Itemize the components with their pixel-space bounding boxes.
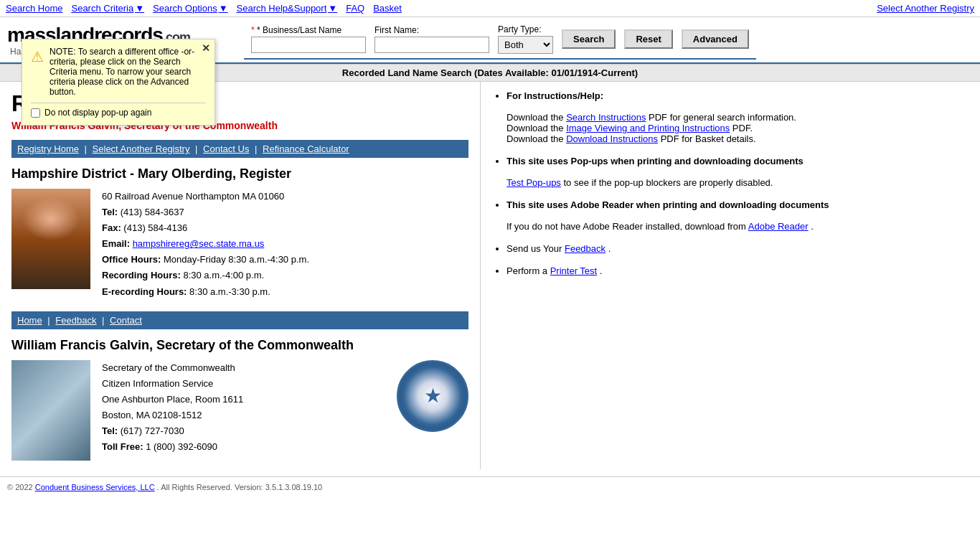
search-instructions-link[interactable]: Search Instructions [566,112,646,123]
footer: © 2022 Conduent Business Services, LLC .… [0,476,980,497]
feedback-item: Send us Your Feedback . [507,243,969,254]
search-help-dropdown[interactable]: Search Help&Support ▼ [237,3,338,14]
footer-rights: . All Rights Reserved. Version: 3.5.1.3.… [157,483,323,491]
district-recording-hours: Recording Hours: 8:30 a.m.-4:00 p.m. [102,268,309,283]
adobe-reader-link[interactable]: Adobe Reader [748,221,809,232]
adobe-item: This site uses Adobe Reader when printin… [507,199,969,232]
contact-us-link[interactable]: Contact Us [203,143,249,154]
feedback-end: . [608,243,611,254]
feedback-link[interactable]: Feedback [565,243,606,254]
right-column: For Instructions/Help: Download the Sear… [481,82,980,296]
district-email: Email: hampshirereg@sec.state.ma.us [102,236,309,252]
image-viewing-desc: PDF. [732,123,753,133]
adobe-title: This site uses Adobe Reader when printin… [507,199,829,210]
instructions-title: For Instructions/Help: [507,90,603,101]
printer-end: . [600,265,603,276]
refinance-calculator-link[interactable]: Refinance Calculator [263,143,349,154]
search-instructions-desc: PDF for general search information. [649,112,796,123]
reset-button[interactable]: Reset [624,29,672,49]
footer-company-link[interactable]: Conduent Business Services, LLC [35,483,155,491]
secretary-section-title: William Francis Galvin, Secretary of the… [11,338,468,353]
printer-title: Perform a [507,265,550,276]
download-instructions-link[interactable]: Download Instructions [566,133,658,144]
popup-message: NOTE: To search a different office -or- … [50,47,206,97]
popup-notification: ✕ ⚠ NOTE: To search a different office -… [22,39,215,126]
search-bar: * * Business/Last Name First Name: Party… [244,20,756,60]
first-name-label: First Name: [374,25,489,35]
do-not-display-checkbox[interactable] [31,108,40,118]
secretary-title: Secretary of the Commonwealth [102,360,371,376]
search-criteria-dropdown[interactable]: Search Criteria ▼ [71,3,144,14]
do-not-display-label: Do not display pop-up again [44,108,151,118]
download-text-2: Download the [507,123,566,133]
search-options-dropdown[interactable]: Search Options ▼ [153,3,227,14]
popup-close-button[interactable]: ✕ [202,42,210,54]
secretary-photo [11,360,90,461]
business-name-field-group: * * Business/Last Name [251,25,366,53]
adobe-end: . [811,221,814,232]
business-name-label: * * Business/Last Name [251,25,366,35]
feedback-title: Send us Your [507,243,565,254]
bottom-nav-sep2: | [102,315,107,326]
dropdown-arrow-icon2: ▼ [219,3,228,14]
district-email-link[interactable]: hampshirereg@sec.state.ma.us [133,238,265,249]
dropdown-arrow-icon3: ▼ [328,3,337,14]
secretary-city: Boston, MA 02108-1512 [102,408,371,423]
feedback-bottom-link[interactable]: Feedback [55,315,96,326]
district-info: 60 Railroad Avenue Northampton MA 01060 … [11,189,468,300]
printer-test-link[interactable]: Printer Test [550,265,598,276]
registry-blue-nav: Registry Home | Select Another Registry … [11,140,468,158]
district-title: Hampshire District - Mary Olberding, Reg… [11,166,468,182]
party-type-select[interactable]: Both Grantor Grantee [498,36,553,54]
party-type-label: Party Type: [498,24,553,34]
contact-bottom-link[interactable]: Contact [110,315,142,326]
popups-title: This site uses Pop-ups when printing and… [507,156,804,166]
printer-item: Perform a Printer Test . [507,265,969,276]
district-erecording-hours: E-recording Hours: 8:30 a.m.-3:30 p.m. [102,284,309,300]
download-text-1: Download the [507,112,566,123]
select-another-registry-link[interactable]: Select Another Registry [93,143,190,154]
search-home-link[interactable]: Search Home [6,3,62,14]
dropdown-arrow-icon: ▼ [135,3,144,14]
district-tel: Tel: (413) 584-3637 [102,204,309,220]
faq-link[interactable]: FAQ [346,3,364,14]
secretary-dept: Citizen Information Service [102,376,371,392]
test-popups-link[interactable]: Test Pop-ups [507,177,561,188]
secretary-details: Secretary of the Commonwealth Citizen In… [102,360,371,456]
top-nav-left: Search Home Search Criteria ▼ Search Opt… [6,3,402,14]
secretary-tel: Tel: (617) 727-7030 [102,423,371,439]
bottom-nav-sep1: | [47,315,52,326]
search-button[interactable]: Search [562,29,616,49]
district-address: 60 Railroad Avenue Northampton MA 01060 [102,189,309,204]
registry-home-link[interactable]: Registry Home [17,143,79,154]
popup-header: ⚠ NOTE: To search a different office -or… [31,47,206,97]
district-office-hours: Office Hours: Monday-Friday 8:30 a.m.-4:… [102,252,309,268]
district-photo [11,189,90,289]
district-fax: Fax: (413) 584-4136 [102,220,309,236]
first-name-input[interactable] [374,37,489,53]
secretary-info: Secretary of the Commonwealth Citizen In… [11,360,468,461]
home-bottom-link[interactable]: Home [17,315,42,326]
popups-item: This site uses Pop-ups when printing and… [507,156,969,188]
download-desc: PDF for Basket details. [661,133,756,144]
warning-icon: ⚠ [31,48,44,65]
business-name-input[interactable] [251,37,366,53]
secretary-tollfree: Toll Free: 1 (800) 392-6090 [102,439,371,455]
secretary-address: One Ashburton Place, Room 1611 [102,392,371,408]
main-content: Registry of Deeds William Francis Galvin… [0,82,980,469]
footer-copyright: © 2022 [7,483,35,491]
advanced-button[interactable]: Advanced [682,29,749,49]
instructions-item: For Instructions/Help: Download the Sear… [507,90,969,144]
adobe-desc: If you do not have Adobe Reader installe… [507,221,748,232]
top-navigation: Search Home Search Criteria ▼ Search Opt… [0,0,980,17]
test-popups-desc: to see if the pop-up blockers are proper… [564,177,773,188]
massachusetts-seal [397,360,468,432]
blue-nav-sep2: | [195,143,200,154]
basket-link[interactable]: Basket [373,3,402,14]
popup-footer: Do not display pop-up again [31,103,206,118]
bottom-blue-nav: Home | Feedback | Contact [11,311,468,329]
select-another-registry-top-link[interactable]: Select Another Registry [877,3,974,14]
image-viewing-link[interactable]: Image Viewing and Printing Instructions [566,123,730,133]
help-list: For Instructions/Help: Download the Sear… [507,90,969,276]
left-column: Registry of Deeds William Francis Galvin… [0,82,481,469]
